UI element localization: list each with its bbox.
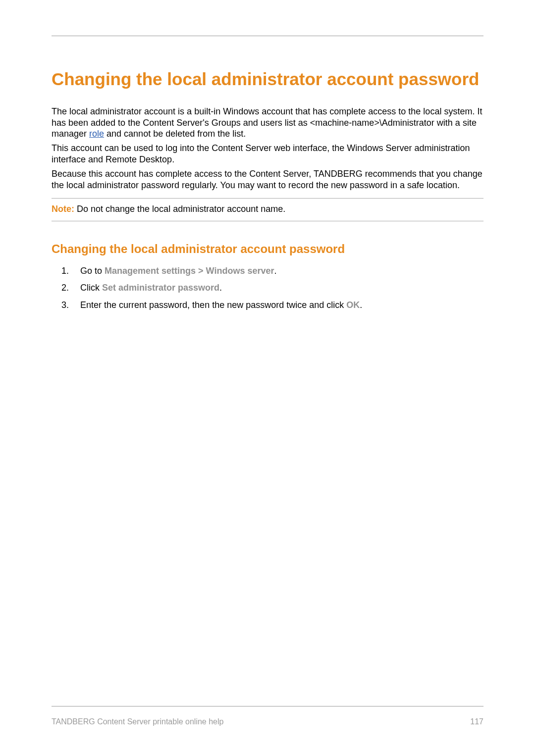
ui-path: Management settings > Windows server <box>105 266 274 276</box>
step-text: . <box>360 300 362 310</box>
steps-list: Go to Management settings > Windows serv… <box>71 265 483 311</box>
intro-paragraph-2: This account can be used to log into the… <box>52 143 483 165</box>
step-text: Click <box>80 283 102 293</box>
top-rule <box>52 36 483 36</box>
page-number: 117 <box>470 717 483 726</box>
footer-left: TANDBERG Content Server printable online… <box>52 717 223 726</box>
text-span: and cannot be deleted from the list. <box>104 129 246 139</box>
footer: TANDBERG Content Server printable online… <box>52 706 483 726</box>
step-1: Go to Management settings > Windows serv… <box>71 265 483 277</box>
step-3: Enter the current password, then the new… <box>71 299 483 311</box>
step-text: Go to <box>80 266 105 276</box>
ui-path: Set administrator password <box>102 283 219 293</box>
footer-rule <box>52 706 483 706</box>
footer-row: TANDBERG Content Server printable online… <box>52 717 483 726</box>
intro-paragraph-3: Because this account has complete access… <box>52 168 483 191</box>
page: Changing the local administrator account… <box>0 0 535 756</box>
step-text: . <box>219 283 222 293</box>
ui-path: OK <box>346 300 360 310</box>
note-label: Note: <box>52 204 74 214</box>
section-heading: Changing the local administrator account… <box>52 242 483 256</box>
step-text: . <box>274 266 276 276</box>
step-2: Click Set administrator password. <box>71 282 483 294</box>
role-link[interactable]: role <box>89 129 104 139</box>
intro-paragraph-1: The local administrator account is a bui… <box>52 106 483 140</box>
step-text: Enter the current password, then the new… <box>80 300 346 310</box>
note-block: Note: Do not change the local administra… <box>52 198 483 221</box>
page-title: Changing the local administrator account… <box>52 69 483 90</box>
note-text: Do not change the local administrator ac… <box>74 204 285 214</box>
